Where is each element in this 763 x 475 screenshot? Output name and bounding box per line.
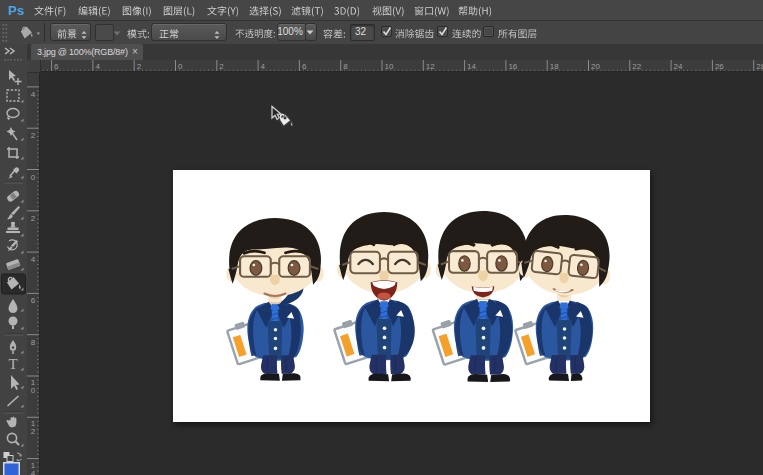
svg-text:8: 8 bbox=[343, 62, 348, 71]
svg-text:2: 2 bbox=[219, 62, 224, 71]
svg-text:4: 4 bbox=[31, 469, 36, 475]
svg-text:12: 12 bbox=[426, 62, 435, 71]
svg-text:4: 4 bbox=[31, 90, 36, 99]
svg-text:T: T bbox=[8, 356, 17, 372]
svg-text:28: 28 bbox=[756, 62, 763, 71]
svg-text:4: 4 bbox=[261, 62, 266, 71]
svg-text:2: 2 bbox=[137, 62, 142, 71]
svg-text:18: 18 bbox=[550, 62, 559, 71]
svg-text:10: 10 bbox=[385, 62, 394, 71]
svg-text:26: 26 bbox=[715, 62, 724, 71]
svg-text:0: 0 bbox=[31, 173, 36, 182]
svg-text:4: 4 bbox=[95, 62, 100, 71]
svg-text:16: 16 bbox=[508, 62, 517, 71]
svg-text:6: 6 bbox=[302, 62, 307, 71]
svg-text:20: 20 bbox=[591, 62, 600, 71]
svg-text:6: 6 bbox=[54, 62, 59, 71]
svg-text:2: 2 bbox=[31, 427, 36, 436]
svg-text:2: 2 bbox=[31, 214, 36, 223]
svg-text:0: 0 bbox=[178, 62, 183, 71]
svg-text:6: 6 bbox=[31, 296, 36, 305]
svg-text:22: 22 bbox=[632, 62, 641, 71]
svg-text:0: 0 bbox=[31, 386, 36, 395]
svg-text:2: 2 bbox=[31, 131, 36, 140]
svg-text:4: 4 bbox=[31, 255, 36, 264]
svg-text:14: 14 bbox=[467, 62, 476, 71]
svg-text:8: 8 bbox=[31, 338, 36, 347]
svg-text:24: 24 bbox=[674, 62, 683, 71]
